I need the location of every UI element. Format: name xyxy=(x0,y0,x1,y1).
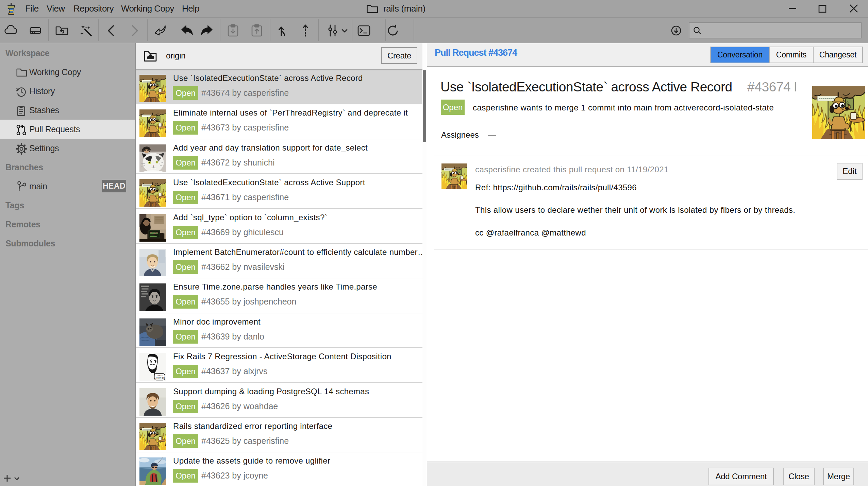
svg-text:THAT'S: THAT'S xyxy=(156,375,163,377)
svg-text:ANOTHER: ANOTHER xyxy=(156,377,165,379)
